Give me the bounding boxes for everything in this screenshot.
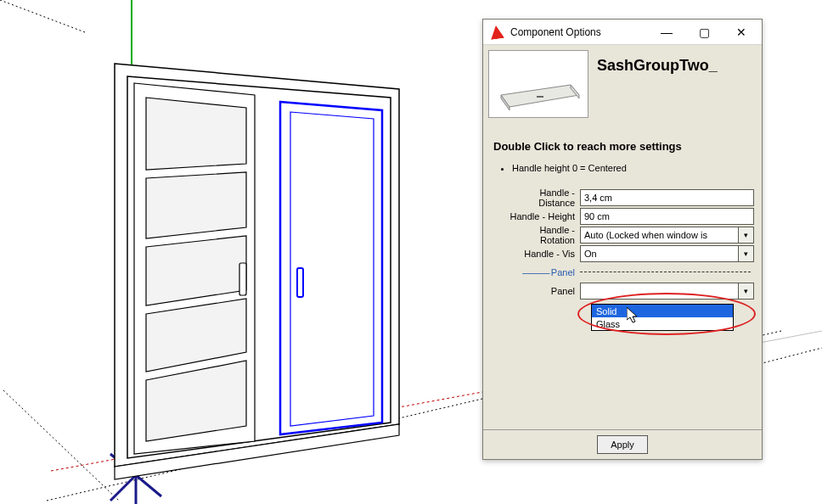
- input-handle-height[interactable]: 90 cm: [580, 208, 754, 225]
- label-handle-rotation: Handle - Rotation: [504, 225, 580, 245]
- svg-line-1: [3, 390, 119, 501]
- chevron-down-icon: ▾: [738, 246, 753, 261]
- chevron-down-icon: ▾: [738, 283, 753, 299]
- sketchup-icon: [489, 24, 504, 39]
- dialog-title: Component Options: [510, 26, 648, 38]
- section-header-panel: Panel: [504, 267, 580, 277]
- label-handle-distance: Handle - Distance: [504, 188, 580, 208]
- close-button[interactable]: ✕: [723, 20, 760, 44]
- left-sash-solid: [134, 83, 255, 454]
- component-thumbnail: [488, 50, 588, 118]
- select-handle-rotation[interactable]: Auto (Locked when window is ▾: [580, 227, 754, 244]
- settings-subtitle: Double Click to reach more settings: [493, 140, 757, 153]
- svg-line-0: [0, 0, 85, 32]
- minimize-button[interactable]: —: [648, 20, 685, 44]
- label-panel: Panel: [504, 286, 580, 296]
- apply-button[interactable]: Apply: [597, 435, 648, 454]
- section-divider: [580, 272, 751, 272]
- select-handle-rotation-value: Auto (Locked when window is: [584, 230, 707, 240]
- label-handle-height: Handle - Height: [504, 211, 580, 221]
- panel-dropdown-list[interactable]: Solid Glass: [591, 304, 734, 331]
- chevron-down-icon: ▾: [738, 227, 753, 243]
- parameters-panel: Handle - Distance 3,4 cm Handle - Height…: [488, 188, 757, 305]
- select-handle-vis-value: On: [584, 249, 597, 259]
- input-handle-distance[interactable]: 3,4 cm: [580, 189, 754, 206]
- select-panel[interactable]: ▾: [580, 283, 754, 300]
- svg-marker-14: [146, 98, 246, 170]
- component-options-dialog: Component Options — ▢ ✕ SashGroupTwo_ Do…: [482, 19, 763, 460]
- label-handle-vis: Handle - Vis: [504, 249, 580, 259]
- svg-line-4: [756, 348, 822, 365]
- svg-marker-15: [146, 172, 246, 238]
- select-handle-vis[interactable]: On ▾: [580, 245, 754, 262]
- right-sash-selected: [280, 102, 382, 434]
- note-handle-height: Handle height 0 = Centered: [512, 161, 757, 176]
- panel-option-solid[interactable]: Solid: [592, 305, 733, 317]
- panel-option-glass[interactable]: Glass: [592, 317, 733, 330]
- component-name: SashGroupTwo_: [597, 50, 718, 75]
- maximize-button[interactable]: ▢: [685, 20, 723, 44]
- titlebar[interactable]: Component Options — ▢ ✕: [483, 20, 762, 45]
- svg-rect-19: [239, 263, 246, 295]
